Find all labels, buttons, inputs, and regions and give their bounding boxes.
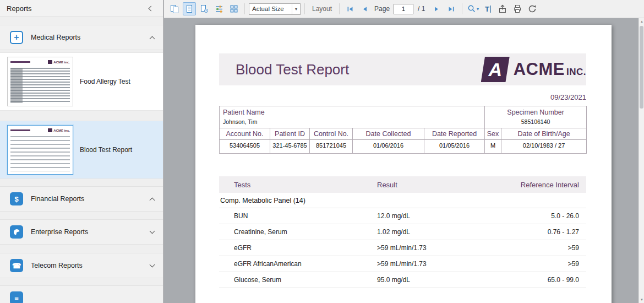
pie-chart-glyph [14, 229, 20, 235]
next-page-button[interactable] [430, 2, 443, 15]
report-viewer-app: Reports + Medical Reports ACME inc. [0, 0, 644, 303]
sidebar-section-telecom-reports[interactable]: ☎ Telecom Reports [0, 253, 163, 278]
report-item-blood-test-report[interactable]: ACME inc. Blood Test Report [0, 121, 163, 179]
test-result: 1.02 mg/dL [377, 228, 501, 236]
layout-button[interactable]: Layout [309, 5, 335, 13]
cell-value: M [485, 140, 501, 154]
report-item-label: Blood Test Report [80, 146, 132, 154]
viewer-toolbar: Actual Size ▾ Layout Page / 1 [164, 0, 644, 18]
brand-name: ACME [514, 59, 565, 79]
specimen-number-value: 585106140 [486, 118, 585, 125]
column-header: Account No. [220, 128, 270, 140]
sidebar-section-extra[interactable]: ≡ [0, 285, 163, 303]
scroll-up-icon[interactable]: ▲ [639, 20, 644, 23]
sidebar-section-enterprise-reports[interactable]: Enterprise Reports [0, 219, 163, 245]
reference-interval-header: Reference Interval [501, 181, 586, 189]
reports-sidebar: Reports + Medical Reports ACME inc. [0, 0, 163, 303]
section-label: Enterprise Reports [31, 228, 143, 236]
chevron-down-icon [150, 262, 155, 267]
text-search-button[interactable]: T [481, 2, 494, 15]
report-page: Blood Test Report A ACME INC. 09/23/2021 [195, 25, 612, 303]
cell-value: 01/05/2016 [424, 140, 485, 154]
test-reference: >59 [501, 260, 586, 268]
text-tool-icon: T [485, 6, 491, 13]
pages-view-button[interactable] [168, 2, 181, 15]
cell-value: 851721045 [310, 140, 353, 154]
parameters-icon [214, 4, 224, 14]
test-result: >59 mL/min/1.73 [377, 244, 501, 252]
zoom-level-value: Actual Size [249, 6, 292, 12]
first-page-button[interactable] [343, 2, 357, 15]
acme-logo: A ACME INC. [481, 57, 586, 82]
cell-value: 01/06/2016 [353, 140, 424, 154]
column-header: Date of Birth/Age [501, 128, 587, 140]
test-result: 12.0 mg/dL [377, 212, 501, 220]
page-label: Page [374, 5, 390, 13]
patient-name-label: Patient Name [223, 109, 481, 116]
cell-value: 02/10/1983 / 27 [501, 140, 587, 154]
page-number-input[interactable] [394, 4, 413, 14]
specimen-number-label: Specimen Number [486, 109, 585, 116]
test-reference: 5.0 - 26.0 [501, 212, 586, 220]
enterprise-reports-icon [10, 225, 23, 239]
test-reference: >59 [501, 244, 586, 252]
pages-icon [170, 4, 179, 14]
report-thumbnail: ACME inc. [7, 57, 73, 106]
sidebar-section-medical-reports[interactable]: + Medical Reports [0, 25, 163, 50]
column-header: Date Reported [424, 128, 485, 140]
patient-name-row: Patient Name Johnson, Tim Specimen Numbe… [220, 106, 587, 128]
result-header: Result [377, 181, 501, 189]
report-item-label: Food Allergy Test [80, 78, 130, 85]
previous-page-button[interactable] [358, 2, 372, 15]
scrollbar-thumb[interactable] [640, 26, 643, 109]
sidebar-section-financial-reports[interactable]: $ Financial Reports [0, 186, 163, 212]
thumb-brand-text: ACME inc. [53, 129, 70, 132]
column-header: Sex [485, 128, 501, 140]
zoom-level-select[interactable]: Actual Size ▾ [249, 3, 301, 15]
collapse-panel-button[interactable] [145, 3, 156, 14]
thumb-logo: ACME inc. [48, 60, 70, 64]
telecom-reports-icon: ☎ [10, 259, 23, 272]
tests-table: Tests Result Reference Interval Comp. Me… [219, 176, 586, 288]
toolbar-separator [244, 3, 245, 14]
refresh-icon [527, 4, 537, 14]
single-page-icon [184, 4, 194, 14]
last-page-button[interactable] [445, 2, 458, 15]
refresh-button[interactable] [526, 2, 539, 15]
toolbar-separator [304, 3, 305, 14]
cell-value: 321-45-6785 [270, 140, 310, 154]
patient-name-value: Johnson, Tim [223, 118, 481, 125]
patient-values-row: 534064505 321-45-6785 851721045 01/06/20… [220, 140, 587, 154]
page-setup-icon [199, 4, 209, 14]
thumb-content-lines [10, 136, 70, 171]
magnifier-icon [467, 4, 476, 13]
test-name: BUN [219, 212, 377, 220]
sidebar-title: Reports [7, 4, 145, 13]
thumb-content-lines [10, 68, 70, 103]
test-name: Creatinine, Serum [219, 228, 377, 236]
report-header-band: Blood Test Report A ACME INC. [219, 53, 586, 85]
test-reference: 0.76 - 1.27 [501, 228, 586, 236]
financial-reports-icon: $ [10, 192, 23, 205]
report-item-food-allergy-test[interactable]: ACME inc. Food Allergy Test [0, 52, 163, 111]
chevron-down-icon: ▾ [292, 4, 300, 14]
single-page-view-button[interactable] [183, 2, 196, 15]
sidebar-header: Reports [0, 0, 163, 17]
vertical-scrollbar[interactable]: ▲ ▼ [638, 18, 644, 303]
column-header: Patient ID [270, 128, 310, 140]
print-button[interactable] [511, 2, 524, 15]
scroll-down-icon[interactable]: ▼ [639, 298, 644, 301]
thumbnails-button[interactable] [227, 2, 241, 15]
parameters-button[interactable] [212, 2, 226, 15]
zoom-tool-button[interactable]: ▾ [466, 2, 479, 15]
chevron-left-icon [148, 6, 154, 11]
test-name: Glucose, Serum [219, 276, 377, 284]
print-icon [512, 4, 522, 14]
thumb-brand-text: ACME inc. [53, 61, 70, 64]
tests-header-row: Tests Result Reference Interval [219, 176, 586, 193]
page-setup-button[interactable] [198, 2, 211, 15]
report-title: Blood Test Report [236, 61, 481, 78]
section-label: Telecom Reports [31, 262, 143, 269]
patient-header-row: Account No. Patient ID Control No. Date … [220, 128, 587, 140]
export-button[interactable] [496, 2, 509, 15]
